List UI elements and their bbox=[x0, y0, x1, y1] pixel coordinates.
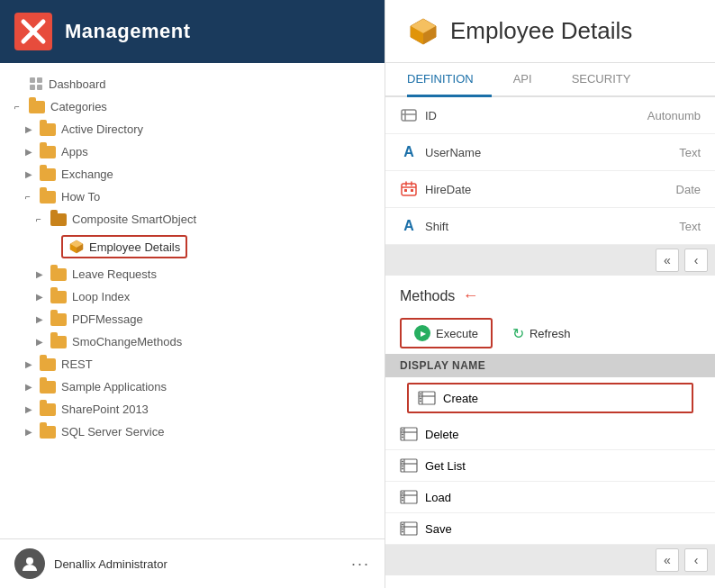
folder-icon-smochangemethods bbox=[50, 336, 67, 348]
sidebar-item-leave-requests[interactable]: ▶ Leave Requests bbox=[0, 263, 385, 285]
svg-point-46 bbox=[402, 493, 403, 494]
method-icon-create bbox=[418, 391, 436, 405]
chevron-loop-index: ▶ bbox=[36, 292, 47, 302]
refresh-button[interactable]: ↻ Refresh bbox=[500, 320, 584, 348]
method-item-get-list[interactable]: Get List bbox=[385, 450, 715, 482]
sidebar-item-sample-applications[interactable]: ▶ Sample Applications bbox=[0, 375, 385, 398]
method-item-load[interactable]: Load bbox=[385, 482, 715, 513]
sidebar: Management Dashboard ⌐ Categories bbox=[0, 0, 385, 588]
prev-page-button[interactable]: ‹ bbox=[684, 249, 708, 272]
svg-point-11 bbox=[26, 557, 33, 565]
cube-icon-employee-details bbox=[68, 239, 85, 255]
sidebar-item-loop-index[interactable]: ▶ Loop Index bbox=[0, 285, 385, 308]
sidebar-item-rest[interactable]: ▶ REST bbox=[0, 353, 385, 375]
svg-rect-3 bbox=[30, 77, 35, 83]
field-name-id: ID bbox=[425, 109, 437, 122]
svg-rect-19 bbox=[402, 184, 416, 195]
execute-button[interactable]: Execute bbox=[400, 318, 493, 348]
text-field-icon-shift: A bbox=[400, 217, 418, 235]
methods-prev-page-button[interactable]: ‹ bbox=[684, 548, 708, 572]
svg-point-47 bbox=[402, 497, 403, 499]
tab-api[interactable]: API bbox=[513, 63, 550, 97]
sidebar-item-composite-smartobject[interactable]: ⌐ Composite SmartObject bbox=[0, 208, 385, 231]
sidebar-item-employee-details[interactable]: Employee Details bbox=[0, 231, 385, 263]
folder-icon-rest bbox=[40, 358, 56, 371]
panel-header: Employee Details bbox=[385, 0, 715, 63]
field-name-username: UserName bbox=[425, 146, 481, 159]
methods-arrow-icon: ← bbox=[462, 286, 478, 305]
svg-point-34 bbox=[402, 430, 403, 431]
sidebar-item-apps[interactable]: ▶ Apps bbox=[0, 140, 385, 163]
folder-icon-leave-requests bbox=[50, 268, 67, 281]
main-panel: Employee Details DEFINITION API SECURITY… bbox=[385, 0, 715, 588]
table-row[interactable]: ID Autonumb bbox=[385, 97, 715, 134]
sidebar-item-pdfmessage[interactable]: ▶ PDFMessage bbox=[0, 308, 385, 330]
sidebar-nav: Dashboard ⌐ Categories ▶ Active Director… bbox=[0, 63, 385, 538]
field-type-hiredate: Date bbox=[574, 171, 715, 208]
sidebar-item-exchange[interactable]: ▶ Exchange bbox=[0, 163, 385, 185]
tabs-bar: DEFINITION API SECURITY bbox=[385, 63, 715, 97]
svg-point-42 bbox=[402, 468, 403, 470]
sidebar-item-label-rest: REST bbox=[61, 357, 93, 371]
methods-actions-bar: Execute ↻ Refresh bbox=[385, 312, 715, 354]
method-item-create[interactable]: Create bbox=[407, 383, 693, 413]
table-row[interactable]: HireDate Date bbox=[385, 171, 715, 208]
chevron-exchange: ▶ bbox=[25, 169, 36, 179]
folder-icon-exchange bbox=[40, 168, 56, 181]
svg-rect-24 bbox=[411, 189, 413, 192]
methods-first-page-button[interactable]: « bbox=[656, 548, 679, 572]
method-item-delete[interactable]: Delete bbox=[385, 419, 715, 450]
user-name: Denallix Administrator bbox=[54, 557, 351, 571]
chevron-active-directory: ▶ bbox=[25, 124, 36, 134]
field-type-id: Autonumb bbox=[574, 97, 715, 134]
method-item-save[interactable]: Save bbox=[385, 513, 715, 545]
folder-icon-apps bbox=[40, 146, 56, 158]
play-icon bbox=[414, 325, 430, 341]
sidebar-item-label-dashboard: Dashboard bbox=[49, 77, 106, 91]
field-type-shift: Text bbox=[574, 208, 715, 245]
method-icon-delete bbox=[400, 427, 418, 441]
svg-rect-4 bbox=[37, 77, 42, 83]
svg-point-53 bbox=[402, 529, 403, 530]
svg-rect-6 bbox=[37, 85, 42, 90]
chevron-pdfmessage: ▶ bbox=[36, 314, 47, 324]
methods-section-header: Methods ← bbox=[385, 276, 715, 312]
active-item-box: Employee Details bbox=[61, 235, 187, 258]
table-row[interactable]: A UserName Text bbox=[385, 134, 715, 171]
method-item-create-wrapper: Create bbox=[385, 377, 715, 419]
method-label-get-list: Get List bbox=[425, 459, 466, 473]
method-icon-get-list bbox=[400, 458, 418, 473]
sidebar-footer: Denallix Administrator ··· bbox=[0, 538, 385, 588]
table-row[interactable]: A Shift Text bbox=[385, 208, 715, 245]
sidebar-item-label-pdfmessage: PDFMessage bbox=[72, 312, 143, 326]
method-label-save: Save bbox=[425, 522, 452, 536]
sidebar-item-label-exchange: Exchange bbox=[61, 167, 113, 181]
folder-icon-sql-server-service bbox=[40, 426, 56, 439]
svg-point-29 bbox=[420, 398, 421, 400]
sidebar-item-sql-server-service[interactable]: ▶ SQL Server Service bbox=[0, 421, 385, 443]
sidebar-item-label-how-to: How To bbox=[61, 190, 100, 204]
sidebar-item-active-directory[interactable]: ▶ Active Directory bbox=[0, 118, 385, 140]
text-field-icon-username: A bbox=[400, 143, 418, 161]
date-field-icon-hiredate bbox=[400, 180, 418, 198]
sidebar-item-smochangemethods[interactable]: ▶ SmoChangeMethods bbox=[0, 330, 385, 353]
sidebar-item-label-leave-requests: Leave Requests bbox=[72, 267, 157, 281]
sidebar-item-label-smochangemethods: SmoChangeMethods bbox=[72, 335, 182, 348]
chevron-leave-requests: ▶ bbox=[36, 269, 47, 279]
more-options-button[interactable]: ··· bbox=[351, 555, 370, 574]
tab-definition[interactable]: DEFINITION bbox=[407, 63, 492, 97]
method-label-delete: Delete bbox=[425, 428, 459, 441]
sidebar-item-sharepoint-2013[interactable]: ▶ SharePoint 2013 bbox=[0, 398, 385, 421]
panel-title: Employee Details bbox=[450, 17, 632, 45]
sidebar-item-dashboard[interactable]: Dashboard bbox=[0, 72, 385, 95]
method-label-load: Load bbox=[425, 491, 451, 504]
tab-security[interactable]: SECURITY bbox=[572, 63, 649, 97]
first-page-button[interactable]: « bbox=[656, 249, 679, 272]
svg-point-28 bbox=[420, 394, 421, 395]
sidebar-item-categories[interactable]: ⌐ Categories bbox=[0, 95, 385, 118]
sidebar-item-label-apps: Apps bbox=[61, 145, 88, 158]
folder-icon-sample-applications bbox=[40, 381, 56, 394]
avatar bbox=[14, 548, 45, 579]
sidebar-item-how-to[interactable]: ⌐ How To bbox=[0, 185, 385, 208]
sidebar-header: Management bbox=[0, 0, 385, 63]
